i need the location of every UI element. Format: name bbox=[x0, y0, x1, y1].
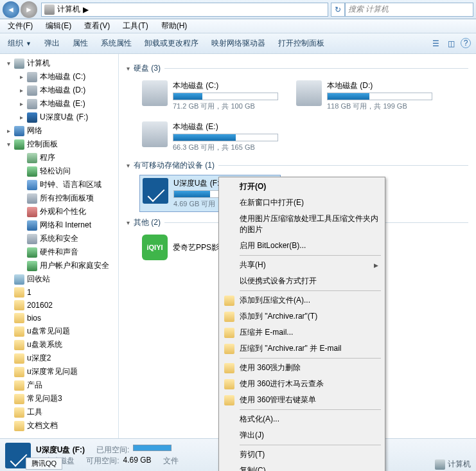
menu-view[interactable]: 查看(V) bbox=[80, 19, 114, 33]
tree-item[interactable]: ▾控制面板 bbox=[0, 138, 118, 151]
menu-help[interactable]: 帮助(H) bbox=[157, 19, 191, 33]
tree-item[interactable]: u深度常见问题 bbox=[0, 365, 118, 378]
toolbar-eject[interactable]: 弹出 bbox=[42, 37, 62, 50]
tree-item[interactable]: 1 bbox=[0, 286, 118, 299]
context-menu-item[interactable]: 格式化(A)... bbox=[220, 411, 383, 427]
tree-item[interactable]: u盘常见问题 bbox=[0, 324, 118, 338]
nav-back-button[interactable]: ◄ bbox=[3, 1, 19, 18]
menu-tools[interactable]: 工具(T) bbox=[119, 19, 152, 33]
tree-item[interactable]: 工具 bbox=[0, 405, 118, 419]
view-mode-button[interactable]: ☰ bbox=[430, 38, 441, 49]
taskbar-app-qq[interactable]: 腾讯QQ bbox=[26, 458, 62, 470]
context-menu-label: 压缩并 E-mail... bbox=[240, 327, 293, 338]
context-menu-item[interactable]: 打开(O) bbox=[220, 179, 383, 195]
tree-item[interactable]: u盘装系统 bbox=[0, 338, 118, 351]
tree-item[interactable]: 硬件和声音 bbox=[0, 245, 118, 259]
breadcrumb[interactable]: 计算机 bbox=[57, 4, 80, 15]
breadcrumb-separator-icon[interactable]: ▶ bbox=[83, 5, 89, 14]
collapse-arrow-icon[interactable]: ▾ bbox=[127, 219, 130, 226]
context-menu-item[interactable]: 添加到压缩文件(A)... bbox=[220, 292, 383, 308]
context-menu-item[interactable]: 剪切(T) bbox=[220, 447, 383, 463]
toolbar-properties[interactable]: 属性 bbox=[70, 37, 91, 50]
tree-item[interactable]: 时钟、语言和区域 bbox=[0, 178, 118, 191]
tree-arrow-icon[interactable]: ▸ bbox=[18, 114, 24, 121]
tree-item[interactable]: 系统和安全 bbox=[0, 232, 118, 245]
ic-cpanel-icon bbox=[27, 166, 37, 177]
tree-item[interactable]: 文档文档 bbox=[0, 419, 118, 432]
toolbar-control-panel[interactable]: 打开控制面板 bbox=[276, 37, 327, 50]
tree-arrow-icon[interactable]: ▸ bbox=[5, 127, 12, 134]
context-menu-item[interactable]: 使用 360强力删除 bbox=[220, 360, 383, 376]
tree-item[interactable]: ▾计算机 bbox=[0, 57, 118, 70]
context-menu-item[interactable]: 使用图片压缩缩放处理工具压缩文件夹内的图片 bbox=[220, 211, 383, 238]
tree-item[interactable]: 程序 bbox=[0, 151, 118, 164]
menu-edit[interactable]: 编辑(E) bbox=[42, 19, 75, 33]
tree-item[interactable]: 所有控制面板项 bbox=[0, 191, 118, 205]
drive-name: 本地磁盘 (C:) bbox=[173, 80, 278, 91]
tree-item[interactable]: ▸本地磁盘 (E:) bbox=[0, 97, 118, 111]
toolbar-map-drive[interactable]: 映射网络驱动器 bbox=[209, 37, 268, 50]
context-menu[interactable]: 打开(O)在新窗口中打开(E)使用图片压缩缩放处理工具压缩文件夹内的图片启用 B… bbox=[218, 177, 385, 471]
group-header-removable[interactable]: ▾ 有可移动存储的设备 (1) bbox=[127, 160, 468, 171]
ic-cpanel-icon bbox=[14, 139, 24, 150]
tree-arrow-icon[interactable]: ▸ bbox=[18, 100, 24, 107]
context-menu-item[interactable]: 复制(C) bbox=[220, 463, 383, 471]
context-menu-label: 添加到 "Archive.rar"(T) bbox=[240, 311, 317, 322]
context-menu-item[interactable]: 使用 360管理右键菜单 bbox=[220, 392, 383, 408]
tree-item[interactable]: ▸U深度U盘 (F:) bbox=[0, 111, 118, 124]
tree-arrow-icon[interactable]: ▾ bbox=[5, 141, 12, 148]
tree-item[interactable]: ▸本地磁盘 (C:) bbox=[0, 70, 118, 84]
tree-item[interactable]: 产品 bbox=[0, 378, 118, 392]
tree-item[interactable]: 用户帐户和家庭安全 bbox=[0, 259, 118, 272]
address-bar[interactable]: 计算机 ▶ bbox=[41, 3, 328, 17]
menu-separator bbox=[240, 445, 381, 445]
help-button[interactable]: ? bbox=[461, 38, 471, 48]
tree-item[interactable]: u深度2 bbox=[0, 351, 118, 365]
toolbar-system-properties[interactable]: 系统属性 bbox=[98, 37, 134, 50]
tree-arrow-icon[interactable]: ▾ bbox=[5, 60, 12, 67]
tree-item[interactable]: 外观和个性化 bbox=[0, 205, 118, 218]
search-input[interactable]: 搜索 计算机 bbox=[345, 3, 473, 17]
tree-item[interactable]: 轻松访问 bbox=[0, 164, 118, 178]
search-placeholder: 搜索 计算机 bbox=[348, 4, 389, 15]
ic-computer-icon bbox=[14, 58, 24, 69]
collapse-arrow-icon[interactable]: ▾ bbox=[127, 162, 130, 169]
context-menu-item[interactable]: 在新窗口中打开(E) bbox=[220, 195, 383, 211]
collapse-arrow-icon[interactable]: ▾ bbox=[127, 65, 130, 72]
context-menu-item[interactable]: 启用 BitLocker(B)... bbox=[220, 238, 383, 254]
taskbar-right[interactable]: 计算机 bbox=[435, 459, 471, 470]
group-header-hdd[interactable]: ▾ 硬盘 (3) bbox=[127, 63, 468, 74]
tree-item[interactable]: ▸本地磁盘 (D:) bbox=[0, 84, 118, 97]
context-menu-item[interactable]: 压缩到 "Archive.rar" 并 E-mail bbox=[220, 341, 383, 357]
context-menu-item[interactable]: 压缩并 E-mail... bbox=[220, 324, 383, 341]
ic-drive-icon bbox=[27, 72, 37, 82]
ic-folder-icon bbox=[14, 353, 24, 364]
context-menu-item[interactable]: 以便携式设备方式打开 bbox=[220, 273, 383, 289]
drive-c[interactable]: 本地磁盘 (C:) 71.2 GB 可用，共 100 GB bbox=[139, 78, 281, 114]
navigation-sidebar[interactable]: ▾计算机▸本地磁盘 (C:)▸本地磁盘 (D:)▸本地磁盘 (E:)▸U深度U盘… bbox=[0, 54, 119, 438]
context-menu-item[interactable]: 使用 360进行木马云查杀 bbox=[220, 376, 383, 392]
drive-e[interactable]: 本地磁盘 (E:) 66.3 GB 可用，共 165 GB bbox=[139, 119, 281, 155]
context-menu-item[interactable]: 添加到 "Archive.rar"(T) bbox=[220, 308, 383, 324]
tree-item[interactable]: 201602 bbox=[0, 299, 118, 312]
tree-item[interactable]: ▸网络 bbox=[0, 124, 118, 138]
tree-item-label: U深度U盘 (F:) bbox=[40, 112, 88, 123]
menu-file[interactable]: 文件(F) bbox=[4, 19, 37, 33]
context-menu-item[interactable]: 共享(H)▶ bbox=[220, 257, 383, 273]
nav-forward-button[interactable]: ► bbox=[21, 1, 37, 18]
toolbar-uninstall[interactable]: 卸载或更改程序 bbox=[142, 37, 201, 50]
tree-item[interactable]: 常见问题3 bbox=[0, 392, 118, 405]
tree-arrow-icon[interactable]: ▸ bbox=[18, 87, 24, 94]
toolbar-organize[interactable]: 组织 ▼ bbox=[5, 37, 34, 50]
tree-item[interactable]: 回收站 bbox=[0, 272, 118, 286]
ic-gear-icon bbox=[27, 234, 37, 244]
tree-arrow-icon[interactable]: ▸ bbox=[18, 73, 24, 80]
tree-item[interactable]: bios bbox=[0, 312, 118, 324]
tree-item[interactable]: 网络和 Internet bbox=[0, 218, 118, 232]
context-menu-item[interactable]: 弹出(J) bbox=[220, 427, 383, 443]
drive-icon bbox=[142, 80, 168, 106]
tree-item-label: 硬件和声音 bbox=[40, 247, 78, 258]
preview-pane-button[interactable]: ◫ bbox=[445, 38, 457, 49]
refresh-button[interactable]: ↻ bbox=[331, 3, 345, 17]
drive-d[interactable]: 本地磁盘 (D:) 118 GB 可用，共 199 GB bbox=[294, 78, 435, 114]
